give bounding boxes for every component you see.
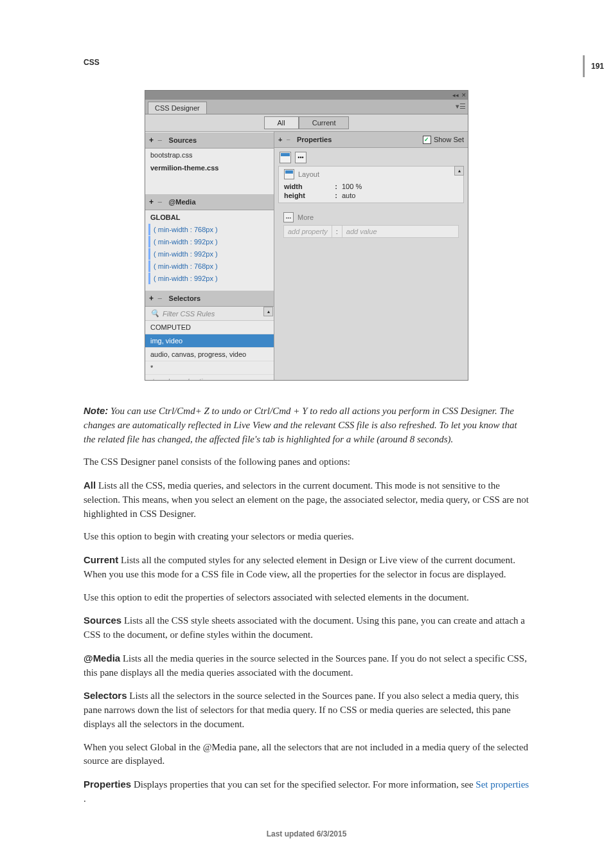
add-property-icon[interactable]: + xyxy=(278,136,282,143)
def-sources-text: Lists all the CSS style sheets associate… xyxy=(84,615,525,640)
mode-current-button[interactable]: Current xyxy=(299,116,350,129)
tab-css-designer[interactable]: CSS Designer xyxy=(148,102,207,114)
more-label: More xyxy=(298,213,314,221)
source-item[interactable]: vermilion-theme.css xyxy=(145,161,274,174)
properties-title: Properties xyxy=(297,136,332,143)
panel-menu-icon[interactable]: ▾☰ xyxy=(456,102,466,111)
def-media: @Media Lists all the media queries in th… xyxy=(84,651,529,680)
colon: : xyxy=(333,183,339,190)
sources-title: Sources xyxy=(169,136,197,144)
mode-all-button[interactable]: All xyxy=(264,116,299,129)
show-set-toggle[interactable]: ✓ Show Set xyxy=(423,136,464,144)
filter-css-input[interactable]: 🔍 Filter CSS Rules xyxy=(145,307,274,321)
term-selectors: Selectors xyxy=(84,690,127,701)
media-list: GLOBAL ( min-width : 768px ) ( min-width… xyxy=(145,210,274,290)
media-query-item[interactable]: ( min-width : 992px ) xyxy=(148,273,271,284)
def-selectors-text: Lists all the selectors in the source se… xyxy=(84,691,519,729)
search-icon: 🔍 xyxy=(150,309,159,318)
def-all-extra: Use this option to begin with creating y… xyxy=(84,530,529,544)
selector-item[interactable]: COMPUTED xyxy=(145,321,274,334)
footer-last-updated: Last updated 6/3/2015 xyxy=(0,829,613,838)
media-query-item[interactable]: ( min-width : 768px ) xyxy=(148,224,271,235)
property-value: 100 % xyxy=(342,183,362,190)
panel-columns: + − Sources bootstrap.css vermilion-them… xyxy=(145,132,468,380)
remove-property-icon[interactable]: − xyxy=(286,136,290,143)
media-title: @Media xyxy=(169,198,196,206)
add-property-row[interactable]: add property : add value xyxy=(283,225,459,238)
note-text: You can use Ctrl/Cmd+ Z to undo or Ctrl/… xyxy=(84,406,517,444)
scroll-up-icon[interactable]: ▴ xyxy=(263,307,273,316)
term-sources: Sources xyxy=(84,615,121,626)
filter-placeholder: Filter CSS Rules xyxy=(163,310,215,318)
more-group: ••• More add property : add value xyxy=(278,210,464,240)
layout-label: Layout xyxy=(298,170,319,178)
selector-item[interactable]: audio, canvas, progress, video xyxy=(145,348,274,361)
def-selectors: Selectors Lists all the selectors in the… xyxy=(84,689,529,731)
media-query-item[interactable]: ( min-width : 992px ) xyxy=(148,248,271,260)
remove-selector-icon[interactable]: − xyxy=(157,294,163,303)
css-designer-panel: ◂◂ ✕ CSS Designer ▾☰ All Current + − Sou… xyxy=(145,90,468,381)
selectors-header: + − Selectors xyxy=(145,290,274,307)
add-value-placeholder: add value xyxy=(342,226,381,237)
more-group-title: ••• More xyxy=(278,211,464,224)
more-category-icon[interactable]: ••• xyxy=(295,152,306,163)
property-key: width xyxy=(284,183,330,190)
media-query-item[interactable]: ( min-width : 768px ) xyxy=(148,260,271,272)
def-current-extra: Use this option to edit the properties o… xyxy=(84,591,529,605)
collapse-icon[interactable]: ◂◂ xyxy=(452,93,458,98)
close-icon[interactable]: ✕ xyxy=(461,93,466,98)
def-sources: Sources Lists all the CSS style sheets a… xyxy=(84,613,529,642)
sources-list: bootstrap.css vermilion-theme.css xyxy=(145,149,274,194)
document-page: 191 CSS ◂◂ ✕ CSS Designer ▾☰ All Current… xyxy=(0,0,613,868)
layout-icon xyxy=(284,169,294,179)
page-number: 191 xyxy=(591,62,613,71)
def-properties: Properties Displays properties that you … xyxy=(84,777,529,806)
note-paragraph: Note: You can use Ctrl/Cmd+ Z to undo or… xyxy=(84,404,529,446)
layout-group-title: Layout xyxy=(284,169,458,179)
sources-header: + − Sources xyxy=(145,132,274,149)
page-number-box: 191 xyxy=(583,55,613,77)
def-current: Current Lists all the computed styles fo… xyxy=(84,553,529,582)
panel-right-column: + − Properties ✓ Show Set ••• ▴ xyxy=(274,132,468,380)
def-all-text: Lists all the CSS, media queries, and se… xyxy=(84,480,529,519)
more-icon: ••• xyxy=(283,212,294,222)
selector-item[interactable]: * xyxy=(145,361,274,375)
add-selector-icon[interactable]: + xyxy=(149,294,154,303)
panel-left-column: + − Sources bootstrap.css vermilion-them… xyxy=(145,132,274,380)
selectors-title: Selectors xyxy=(169,294,201,302)
properties-header: + − Properties ✓ Show Set xyxy=(274,132,468,148)
source-item[interactable]: bootstrap.css xyxy=(145,149,274,161)
panel-tabs: CSS Designer ▾☰ xyxy=(145,100,468,114)
layout-group: ▴ Layout width : 100 % height : xyxy=(278,166,464,203)
property-value: auto xyxy=(342,192,355,199)
add-property-placeholder: add property xyxy=(284,226,332,237)
panel-figure: ◂◂ ✕ CSS Designer ▾☰ All Current + − Sou… xyxy=(84,90,529,381)
scroll-up-icon[interactable]: ▴ xyxy=(454,166,464,176)
link-set-properties[interactable]: Set properties xyxy=(475,779,529,790)
property-row[interactable]: height : auto xyxy=(284,191,458,200)
body-text: Note: You can use Ctrl/Cmd+ Z to undo or… xyxy=(84,404,529,806)
intro-paragraph: The CSS Designer panel consists of the f… xyxy=(84,455,529,469)
remove-media-icon[interactable]: − xyxy=(157,197,163,207)
media-global[interactable]: GLOBAL xyxy=(145,212,274,223)
add-source-icon[interactable]: + xyxy=(149,136,154,145)
def-all: All Lists all the CSS, media queries, an… xyxy=(84,478,529,521)
term-properties: Properties xyxy=(84,779,131,790)
term-current: Current xyxy=(84,554,118,565)
media-header: + − @Media xyxy=(145,194,274,210)
selector-item-cutoff: .travel-panel-active xyxy=(145,375,274,380)
colon: : xyxy=(332,226,342,237)
def-current-text: Lists all the computed styles for any se… xyxy=(84,555,515,579)
media-query-item[interactable]: ( min-width : 992px ) xyxy=(148,236,271,248)
selectors-list: ▴ 🔍 Filter CSS Rules COMPUTED img, video… xyxy=(145,307,274,380)
def-properties-pre: Displays properties that you can set for… xyxy=(131,779,475,790)
def-selectors-extra: When you select Global in the @Media pan… xyxy=(84,741,529,769)
mode-row: All Current xyxy=(145,114,468,132)
layout-category-icon[interactable] xyxy=(280,152,291,163)
show-set-label: Show Set xyxy=(434,136,464,143)
selector-item[interactable]: img, video xyxy=(145,334,274,348)
add-media-icon[interactable]: + xyxy=(149,197,154,206)
checkbox-checked-icon: ✓ xyxy=(423,136,431,144)
remove-source-icon[interactable]: − xyxy=(157,136,163,145)
property-row[interactable]: width : 100 % xyxy=(284,182,458,191)
